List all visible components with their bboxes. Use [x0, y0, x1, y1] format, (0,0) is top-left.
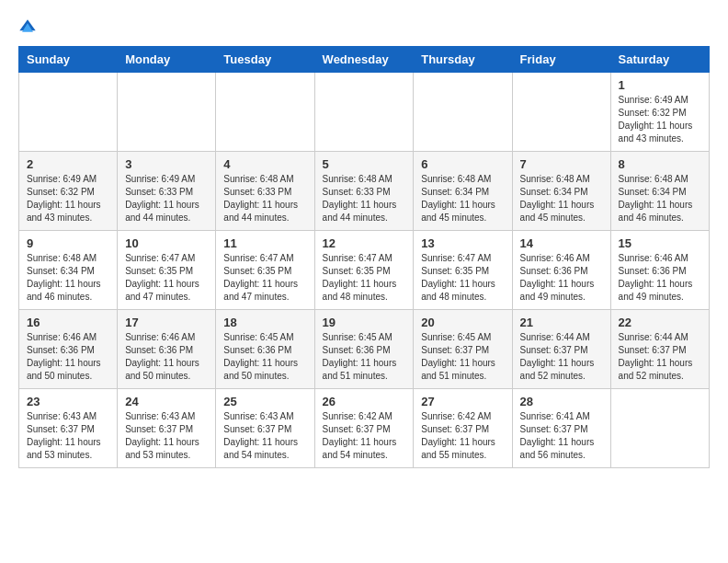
calendar-week-row: 2Sunrise: 6:49 AM Sunset: 6:32 PM Daylig…	[19, 152, 710, 231]
day-number: 22	[619, 316, 701, 329]
day-of-week-header: Sunday	[19, 47, 118, 73]
calendar-cell: 24Sunrise: 6:43 AM Sunset: 6:37 PM Dayli…	[118, 389, 216, 468]
day-number: 9	[27, 236, 109, 250]
day-number: 5	[323, 157, 406, 171]
calendar-cell: 26Sunrise: 6:42 AM Sunset: 6:37 PM Dayli…	[314, 389, 414, 468]
day-info: Sunrise: 6:48 AM Sunset: 6:33 PM Dayligh…	[323, 173, 406, 224]
day-info: Sunrise: 6:45 AM Sunset: 6:36 PM Dayligh…	[223, 331, 306, 383]
calendar-cell: 23Sunrise: 6:43 AM Sunset: 6:37 PM Dayli…	[19, 389, 118, 468]
calendar-cell: 8Sunrise: 6:48 AM Sunset: 6:34 PM Daylig…	[610, 152, 709, 231]
calendar-cell	[512, 73, 610, 152]
calendar-cell: 16Sunrise: 6:46 AM Sunset: 6:36 PM Dayli…	[19, 310, 118, 389]
day-of-week-header: Wednesday	[314, 47, 414, 73]
calendar-week-row: 16Sunrise: 6:46 AM Sunset: 6:36 PM Dayli…	[19, 310, 710, 389]
calendar-cell: 27Sunrise: 6:42 AM Sunset: 6:37 PM Dayli…	[414, 389, 512, 468]
day-info: Sunrise: 6:42 AM Sunset: 6:37 PM Dayligh…	[421, 410, 504, 462]
calendar-cell: 7Sunrise: 6:48 AM Sunset: 6:34 PM Daylig…	[512, 152, 610, 231]
day-info: Sunrise: 6:49 AM Sunset: 6:33 PM Dayligh…	[125, 173, 208, 224]
day-number: 23	[27, 395, 109, 408]
calendar-cell: 14Sunrise: 6:46 AM Sunset: 6:36 PM Dayli…	[512, 231, 610, 310]
day-number: 14	[520, 236, 603, 250]
day-number: 25	[223, 395, 306, 408]
day-info: Sunrise: 6:47 AM Sunset: 6:35 PM Dayligh…	[421, 252, 504, 304]
day-info: Sunrise: 6:47 AM Sunset: 6:35 PM Dayligh…	[223, 252, 306, 304]
day-number: 12	[323, 236, 406, 250]
day-info: Sunrise: 6:49 AM Sunset: 6:32 PM Dayligh…	[619, 94, 701, 145]
day-number: 6	[421, 157, 504, 171]
day-of-week-header: Monday	[118, 47, 216, 73]
calendar-header-row: SundayMondayTuesdayWednesdayThursdayFrid…	[19, 47, 710, 73]
day-of-week-header: Tuesday	[216, 47, 314, 73]
day-of-week-header: Thursday	[414, 47, 512, 73]
day-info: Sunrise: 6:48 AM Sunset: 6:34 PM Dayligh…	[520, 173, 603, 224]
calendar-cell: 4Sunrise: 6:48 AM Sunset: 6:33 PM Daylig…	[216, 152, 314, 231]
calendar-cell: 19Sunrise: 6:45 AM Sunset: 6:36 PM Dayli…	[314, 310, 414, 389]
day-info: Sunrise: 6:44 AM Sunset: 6:37 PM Dayligh…	[520, 331, 603, 383]
calendar-cell: 2Sunrise: 6:49 AM Sunset: 6:32 PM Daylig…	[19, 152, 118, 231]
day-info: Sunrise: 6:43 AM Sunset: 6:37 PM Dayligh…	[27, 410, 109, 462]
calendar: SundayMondayTuesdayWednesdayThursdayFrid…	[18, 46, 710, 468]
day-info: Sunrise: 6:43 AM Sunset: 6:37 PM Dayligh…	[223, 410, 306, 462]
calendar-cell	[314, 73, 414, 152]
day-info: Sunrise: 6:41 AM Sunset: 6:37 PM Dayligh…	[520, 410, 603, 462]
calendar-cell: 3Sunrise: 6:49 AM Sunset: 6:33 PM Daylig…	[118, 152, 216, 231]
day-of-week-header: Friday	[512, 47, 610, 73]
calendar-cell: 21Sunrise: 6:44 AM Sunset: 6:37 PM Dayli…	[512, 310, 610, 389]
day-number: 3	[125, 157, 208, 171]
calendar-cell	[216, 73, 314, 152]
day-info: Sunrise: 6:46 AM Sunset: 6:36 PM Dayligh…	[619, 252, 701, 304]
day-info: Sunrise: 6:48 AM Sunset: 6:34 PM Dayligh…	[27, 252, 109, 304]
day-number: 20	[421, 316, 504, 329]
day-info: Sunrise: 6:46 AM Sunset: 6:36 PM Dayligh…	[125, 331, 208, 383]
day-info: Sunrise: 6:47 AM Sunset: 6:35 PM Dayligh…	[125, 252, 208, 304]
day-number: 15	[619, 236, 701, 250]
day-number: 21	[520, 316, 603, 329]
day-number: 4	[223, 157, 306, 171]
day-info: Sunrise: 6:47 AM Sunset: 6:35 PM Dayligh…	[323, 252, 406, 304]
calendar-cell: 17Sunrise: 6:46 AM Sunset: 6:36 PM Dayli…	[118, 310, 216, 389]
day-number: 7	[520, 157, 603, 171]
day-info: Sunrise: 6:44 AM Sunset: 6:37 PM Dayligh…	[619, 331, 701, 383]
calendar-cell	[414, 73, 512, 152]
calendar-cell: 1Sunrise: 6:49 AM Sunset: 6:32 PM Daylig…	[610, 73, 709, 152]
calendar-cell: 18Sunrise: 6:45 AM Sunset: 6:36 PM Dayli…	[216, 310, 314, 389]
day-number: 19	[323, 316, 406, 329]
calendar-cell	[610, 389, 709, 468]
day-number: 2	[27, 157, 109, 171]
day-info: Sunrise: 6:46 AM Sunset: 6:36 PM Dayligh…	[520, 252, 603, 304]
day-number: 26	[323, 395, 406, 408]
day-info: Sunrise: 6:45 AM Sunset: 6:37 PM Dayligh…	[421, 331, 504, 383]
calendar-cell: 13Sunrise: 6:47 AM Sunset: 6:35 PM Dayli…	[414, 231, 512, 310]
calendar-cell: 25Sunrise: 6:43 AM Sunset: 6:37 PM Dayli…	[216, 389, 314, 468]
day-info: Sunrise: 6:42 AM Sunset: 6:37 PM Dayligh…	[323, 410, 406, 462]
calendar-week-row: 9Sunrise: 6:48 AM Sunset: 6:34 PM Daylig…	[19, 231, 710, 310]
day-number: 27	[421, 395, 504, 408]
calendar-cell: 5Sunrise: 6:48 AM Sunset: 6:33 PM Daylig…	[314, 152, 414, 231]
day-info: Sunrise: 6:48 AM Sunset: 6:33 PM Dayligh…	[223, 173, 306, 224]
day-number: 28	[520, 395, 603, 408]
calendar-week-row: 23Sunrise: 6:43 AM Sunset: 6:37 PM Dayli…	[19, 389, 710, 468]
logo-icon	[18, 18, 37, 37]
calendar-cell: 20Sunrise: 6:45 AM Sunset: 6:37 PM Dayli…	[414, 310, 512, 389]
day-number: 11	[223, 236, 306, 250]
day-info: Sunrise: 6:43 AM Sunset: 6:37 PM Dayligh…	[125, 410, 208, 462]
header	[18, 18, 710, 37]
day-number: 18	[223, 316, 306, 329]
day-info: Sunrise: 6:49 AM Sunset: 6:32 PM Dayligh…	[27, 173, 109, 224]
calendar-cell	[118, 73, 216, 152]
logo	[18, 18, 40, 37]
calendar-cell: 9Sunrise: 6:48 AM Sunset: 6:34 PM Daylig…	[19, 231, 118, 310]
day-number: 8	[619, 157, 701, 171]
day-info: Sunrise: 6:48 AM Sunset: 6:34 PM Dayligh…	[619, 173, 701, 224]
day-number: 10	[125, 236, 208, 250]
day-number: 17	[125, 316, 208, 329]
calendar-cell: 15Sunrise: 6:46 AM Sunset: 6:36 PM Dayli…	[610, 231, 709, 310]
calendar-cell	[19, 73, 118, 152]
day-number: 16	[27, 316, 109, 329]
day-info: Sunrise: 6:45 AM Sunset: 6:36 PM Dayligh…	[323, 331, 406, 383]
day-info: Sunrise: 6:46 AM Sunset: 6:36 PM Dayligh…	[27, 331, 109, 383]
day-of-week-header: Saturday	[610, 47, 709, 73]
day-number: 13	[421, 236, 504, 250]
calendar-cell: 10Sunrise: 6:47 AM Sunset: 6:35 PM Dayli…	[118, 231, 216, 310]
calendar-cell: 6Sunrise: 6:48 AM Sunset: 6:34 PM Daylig…	[414, 152, 512, 231]
